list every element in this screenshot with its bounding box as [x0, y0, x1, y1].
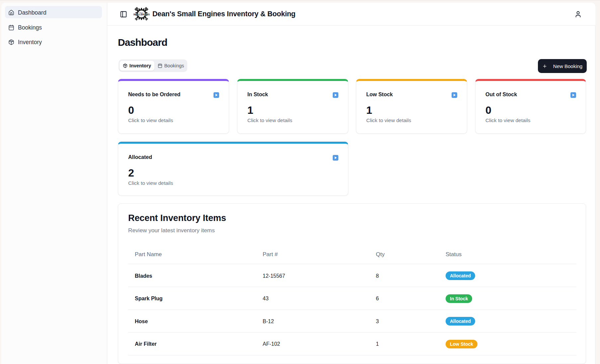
svg-text:L T D: L T D	[140, 16, 142, 17]
svg-text:SMALL ENGINES: SMALL ENGINES	[133, 13, 150, 16]
